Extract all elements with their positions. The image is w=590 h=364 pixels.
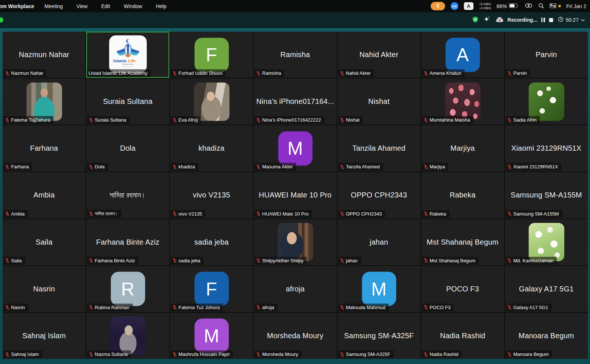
participant-tile[interactable]: F Fatema Tuz Johora xyxy=(170,266,253,312)
participant-tile[interactable]: Samsung SM-A325F Samsung SM-A325F xyxy=(337,313,420,359)
muted-mic-icon xyxy=(256,211,261,216)
stop-recording-button[interactable] xyxy=(549,18,553,22)
name-label: Samsung SM-A325F xyxy=(338,350,394,358)
participant-tile[interactable]: sadia jeba sadia jeba xyxy=(170,219,253,265)
participant-tile[interactable]: POCO F3 POCO F3 xyxy=(421,266,504,312)
participant-tile[interactable]: Parvin Parvin xyxy=(505,32,588,78)
menu-item-meeting[interactable]: Meeting xyxy=(45,3,63,9)
participant-tile[interactable]: ShilpyAkther Shilpy xyxy=(254,219,337,265)
name-label: Fatema TujZahura xyxy=(3,116,53,124)
muted-mic-icon xyxy=(88,305,93,310)
muted-mic-icon xyxy=(340,352,344,357)
participant-tile[interactable]: M Masuma Akter xyxy=(254,125,337,171)
link-icon[interactable] xyxy=(524,3,533,9)
mic-in-use-indicator[interactable] xyxy=(431,2,445,10)
menu-item-window[interactable]: Window xyxy=(124,3,142,9)
participant-tile[interactable]: Mumtahina Maisha xyxy=(421,78,504,125)
participant-tile[interactable]: Manoara Begum Manoara Begum xyxy=(505,313,588,359)
pause-recording-button[interactable] xyxy=(541,17,546,23)
participant-tile[interactable]: Xiaomi 23129RN51X Xiaomi 23129RN51X xyxy=(505,125,588,171)
muted-mic-icon xyxy=(256,305,261,310)
participant-tile[interactable]: OPPO CPH2343 OPPO CPH2343 xyxy=(337,172,420,218)
menu-item-view[interactable]: View xyxy=(76,3,87,9)
name-label: Nishat xyxy=(338,116,363,124)
participant-tile[interactable]: Ambia Ambia xyxy=(3,172,86,218)
battery-icon xyxy=(509,3,519,9)
muted-mic-icon xyxy=(88,164,93,169)
participant-tile[interactable]: Ramisha Ramisha xyxy=(254,32,337,78)
spotlight-search-icon[interactable] xyxy=(538,3,544,10)
window-green-button[interactable] xyxy=(0,17,3,22)
menu-item-help[interactable]: Help xyxy=(156,3,166,9)
menubar-clock[interactable]: Fri Jan 2 xyxy=(566,3,586,9)
participant-tile[interactable]: Nasrin Nasrin xyxy=(3,266,86,312)
participant-tile[interactable]: afroja afroja xyxy=(254,266,337,312)
name-label-text: Mst Shahanaj Begum xyxy=(430,258,475,263)
meeting-timer[interactable]: 50:27 xyxy=(558,17,585,23)
muted-mic-icon xyxy=(340,164,344,169)
name-label-text: Samsung SM-A325F xyxy=(346,351,391,357)
name-label: Sadia Afrin xyxy=(506,116,540,124)
participant-tile[interactable]: jahan jahan xyxy=(337,219,420,265)
name-label: Fatema Tuz Johora xyxy=(171,304,223,311)
participant-tile[interactable]: A Amena Khatun xyxy=(421,32,504,78)
participant-tile[interactable]: Farhana Binte Aziz Farhana Binte Aziz xyxy=(86,219,169,265)
control-center-icon[interactable] xyxy=(549,3,556,9)
name-label: Masuma Akter xyxy=(254,163,296,171)
participant-tile[interactable]: Nazma Sultana xyxy=(86,313,169,359)
participant-tile[interactable]: সামিয়া রহমান। সামিয়া রহমান। xyxy=(86,172,169,218)
participant-tile[interactable]: Farhana Farhana xyxy=(3,125,86,171)
name-label-text: সামিয়া রহমান। xyxy=(95,211,118,217)
participant-tile[interactable]: Nina’s iPhone017164... Nina’s iPhone0171… xyxy=(254,78,337,125)
zoom-menubar-icon[interactable]: zm xyxy=(451,2,458,10)
participant-tile[interactable]: Marjiya Marjiya xyxy=(421,125,504,171)
participant-tile[interactable]: M Mashrufa Hossain Papri xyxy=(170,313,253,359)
participant-tile[interactable]: Dola Dola xyxy=(86,125,169,171)
participant-tile[interactable]: Galaxy A17 5G1 Galaxy A17 5G1 xyxy=(505,266,588,312)
profile-photo xyxy=(445,83,480,121)
name-label-text: OPPO CPH2343 xyxy=(346,211,382,217)
name-label: Xiaomi 23129RN51X xyxy=(506,163,561,171)
muted-mic-icon xyxy=(88,118,93,123)
participant-tile[interactable]: Nazmun Nahar Nazmun Nahar xyxy=(3,32,86,78)
participant-tile[interactable]: F Forhad Uddin Shuvo xyxy=(170,32,253,78)
menu-item-edit[interactable]: Edit xyxy=(101,3,110,9)
name-label: Nahid Akter xyxy=(338,69,374,77)
participant-tile[interactable]: R Rubina Rahman xyxy=(86,266,169,312)
participant-tile[interactable]: Morsheda Moury Morsheda Moury xyxy=(254,313,337,359)
svg-text:Islamic: Islamic xyxy=(113,59,126,63)
participant-tile[interactable]: Suraia Sultana Suraia Sultana xyxy=(86,78,169,125)
participant-tile[interactable]: Rabeka Rabeka xyxy=(421,172,504,218)
ai-companion-icon[interactable] xyxy=(483,16,490,24)
participant-tile[interactable]: Saila Saila xyxy=(3,219,86,265)
name-label-text: khadiza xyxy=(178,164,195,169)
participant-tile[interactable]: Samsung SM-A155M Samsung SM-A155M xyxy=(505,172,588,218)
name-label: jahan xyxy=(338,257,361,265)
participant-tile[interactable]: vivo V2135 vivo V2135 xyxy=(170,172,253,218)
app-menu-zoom-workplace[interactable]: Zoom Workplace xyxy=(0,3,34,9)
input-source-icon[interactable]: A xyxy=(464,2,473,10)
name-label: Farhana xyxy=(3,163,32,171)
participant-tile[interactable]: Nadia Rashid Nadia Rashid xyxy=(421,313,504,359)
network-speed-indicator[interactable]: ↑5 KB/s ↓4 KB/s xyxy=(479,2,491,10)
participant-tile[interactable]: Nishat Nishat xyxy=(337,78,420,125)
participant-tile[interactable]: khadiza khadiza xyxy=(170,125,253,171)
battery-status[interactable]: 66% xyxy=(497,3,519,9)
participant-tile[interactable]: Mst Shahanaj Begum Mst Shahanaj Begum xyxy=(421,219,504,265)
participant-tile[interactable]: HUAWEI Mate 10 Pro HUAWEI Mate 10 Pro xyxy=(254,172,337,218)
muted-mic-icon xyxy=(5,71,10,76)
participant-tile[interactable]: Md. Kamruzzaman xyxy=(505,219,588,265)
participant-tile[interactable]: Nahid Akter Nahid Akter xyxy=(337,32,420,78)
participant-tile[interactable]: Tanzila Ahamed Tanzila Ahamed xyxy=(337,125,420,171)
participant-tile[interactable]: M Maksuda Mahmud xyxy=(337,266,420,312)
muted-mic-icon xyxy=(88,258,93,263)
profile-photo xyxy=(26,83,62,121)
participant-tile[interactable]: Islamic Life A c a d e m y OFFICIAL Usta… xyxy=(86,32,169,78)
encryption-shield-icon[interactable] xyxy=(472,16,479,24)
participant-tile[interactable]: Fatema TujZahura xyxy=(3,78,86,125)
participant-tile[interactable]: Eva Afroj xyxy=(170,78,253,125)
chevron-down-icon[interactable] xyxy=(581,17,585,23)
profile-photo xyxy=(110,316,146,355)
participant-tile[interactable]: Sahnaj Islam Sahnaj Islam xyxy=(3,313,86,359)
participant-tile[interactable]: Sadia Afrin xyxy=(505,78,588,125)
